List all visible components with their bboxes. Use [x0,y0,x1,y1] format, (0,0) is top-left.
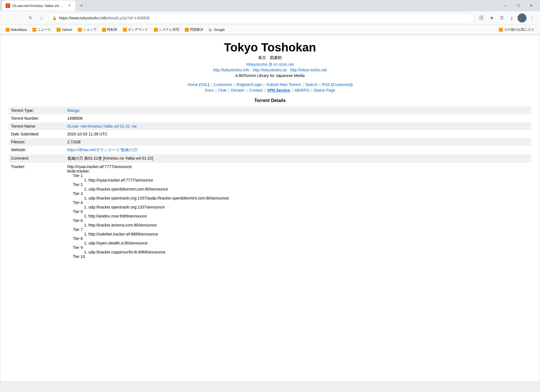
bookmark-label: NekoMasa [11,28,27,32]
minimize-button[interactable]: – [499,1,512,10]
tab-favicon: T [6,3,10,8]
bookmark-label: 問題解決 [190,27,203,32]
reload-button[interactable]: ↻ [26,13,35,22]
torrent-type-link[interactable]: Manga [67,108,79,113]
torrent-website-link[interactable]: https://dlraw.net/ダウンロード/鬼滅の刃/ [67,148,138,152]
nav-idlerpg[interactable]: IdleRPG [294,88,309,92]
tier-2: Tier 2 1. udp://tracker.openbittorrent.c… [73,182,529,191]
table-row: Torrent Type: Manga [9,107,531,114]
mirror3-link[interactable]: http://tokyo-tosho.net [290,68,327,72]
profile-button[interactable]: 👤 [518,13,526,22]
nav-customize2[interactable]: Customize [332,82,351,87]
nav-contact[interactable]: Contact [249,88,262,92]
field-value: 2.72GB [65,138,531,146]
tier-9-url-1: 1. udp://tracker.coppersurfer.tk:6969/an… [84,250,529,254]
table-row: Tracker: http://nyaa.tracker.wf:7777/ann… [9,163,531,260]
bookmark-folder-icon [499,28,503,32]
nav-ssl[interactable]: SSL [201,82,208,87]
tier-5: Tier 5 1. http://anidex.moe:6969/announc… [73,209,529,218]
field-label: Torrent Number: [9,114,65,122]
tier-2-url-1: 1. udp://tracker.openbittorrent.com:80/a… [84,187,529,191]
irc-link[interactable]: #tokyotosho @ irc.rizon.net [246,62,294,67]
bookmark-folder-icon [123,28,127,32]
nav-docs[interactable]: Docs [205,88,214,92]
bookmark-label: Yahoo! [62,28,72,32]
table-row: Date Submitted: 2020-10-03 11:39 UTC [9,130,531,138]
nav-submit[interactable]: Submit New Torrent [266,82,301,87]
nav-register[interactable]: Register/Login [237,82,262,87]
tier-7: Tier 7 1. http://sukebei.tracker.wf:8888… [73,227,529,236]
nav-search[interactable]: Search [305,82,318,87]
tier-8-url-1: 1. udp://open.stealth.si:80/announce [84,241,529,245]
nav-customize1[interactable]: Customize [213,82,232,87]
tier-6: Tier 6 1. http://tracker.anirena.com:80/… [73,218,529,227]
restore-button[interactable]: ☐ [512,1,525,10]
multitracker-section: Multi-tracker: Tier 1 1. http://nyaa.tra… [67,169,529,259]
bookmark-folder-icon [78,28,82,32]
table-row: Comment: 鬼滅の刃 第01-22巻 [Kimetsu no Yaiba … [9,154,531,163]
navigation-bar: ← → ↻ ⌂ 🔒 https://www.tokyotosho.info/de… [0,11,540,25]
back-button[interactable]: ← [3,13,12,22]
bookmark-sysadmin[interactable]: システム管理 [152,26,181,33]
nav-status[interactable]: Status Page [314,88,335,92]
active-tab[interactable]: T DLraw.net-Kimetsu Yaiba vol 01- ✕ [2,1,75,11]
tier-4: Tier 4 1. udp://tracker.opentrackr.org:1… [73,200,529,209]
tab-close-button[interactable]: ✕ [67,3,72,8]
close-button[interactable]: ✕ [525,1,538,10]
tier-10: Tier 10 [73,254,529,259]
table-row: Torrent Number: 1498806 [9,114,531,122]
field-value: DLraw .net-Kimetsu Yaiba vol 01-22 .rar [65,122,531,130]
field-value: 鬼滅の刃 第01-22巻 [Kimetsu no Yaiba vol 01-22… [65,154,531,163]
translate-button[interactable]: 語 [477,13,486,22]
bookmark-folder-icon [57,28,60,32]
bookmark-label: オンデマンド [128,27,148,32]
tab-title: DLraw.net-Kimetsu Yaiba vol 01- [12,4,65,8]
tier-3: Tier 3 1. udp://tracker.opentrackr.org:1… [73,191,529,200]
google-icon: G [209,28,213,32]
nav-donate[interactable]: Donate! [231,88,245,92]
bookmark-google[interactable]: G Google [207,27,227,33]
title-bar: T DLraw.net-Kimetsu Yaiba vol 01- ✕ + – … [0,0,540,11]
mirror2-link[interactable]: http://tokyotosho.se [253,68,287,72]
nav-vpn[interactable]: VPN Service [267,88,290,92]
address-bar[interactable]: 🔒 https://www.tokyotosho.info/details.ph… [48,13,475,23]
bookmark-news[interactable]: ニュース [30,26,53,33]
bookmark-folder-icon [32,28,36,32]
field-value: 1498806 [65,114,531,122]
tier-1-url-1: 1. http://nyaa.tracker.wf:7777/announce [84,178,529,182]
bookmark-label: ニュース [37,27,51,32]
field-value: 2020-10-03 11:39 UTC [65,130,531,138]
bookmark-others[interactable]: その他のお気に入り [497,26,537,33]
menu-button[interactable]: ⋮ [528,13,537,22]
torrent-name-link[interactable]: DLraw .net-Kimetsu Yaiba vol 01-22 .rar [67,124,137,128]
forward-button[interactable]: → [15,13,24,22]
bookmark-star-button[interactable]: ★ [487,13,496,22]
field-value: https://dlraw.net/ダウンロード/鬼滅の刃/ [65,146,531,154]
bookmark-yahoo[interactable]: Yahoo! [54,27,74,33]
bookmark-problems[interactable]: 問題解決 [183,26,206,33]
nav-home[interactable]: Home [188,82,198,87]
nav-links-row2: Docs :: Chat :: Donate! :: Contact :: VP… [9,88,531,92]
bookmark-folder-icon [102,28,106,32]
home-button[interactable]: ⌂ [37,13,46,22]
nav-chat[interactable]: Chat [218,88,227,92]
tier-9: Tier 9 1. udp://tracker.coppersurfer.tk:… [73,245,529,254]
tier-3-url-1: 1. udp://tracker.opentrackr.org:1337/aud… [84,196,529,200]
download-button[interactable]: ⭳ [507,13,516,22]
field-label: Date Submitted: [9,130,65,138]
bookmark-nekomasa[interactable]: NekoMasa [3,27,29,33]
bookmark-collection-button[interactable]: ☰ [497,13,506,22]
bookmark-folder-icon [6,28,10,32]
mirror1-link[interactable]: http://tokyotosho.info [213,68,249,72]
url-display: https://www.tokyotosho.info/details.php?… [59,16,471,20]
bookmark-shop[interactable]: ショップ [76,26,99,33]
nav-rss[interactable]: RSS [322,82,330,87]
window-controls: – ☐ ✕ [499,1,538,10]
new-tab-button[interactable]: + [78,2,86,10]
tier-4-url-1: 1. udp://tracker.opentrackr.org:1337/ann… [84,205,529,209]
site-mirrors: http://tokyotosho.info http://tokyotosho… [9,68,531,72]
bookmark-ondemand[interactable]: オンデマンド [121,26,150,33]
table-row: Filesize: 2.72GB [9,138,531,146]
tracker-url: http://nyaa.tracker.wf:7777/announce [67,164,529,169]
bookmark-timetable[interactable]: 時刻表 [100,26,120,33]
